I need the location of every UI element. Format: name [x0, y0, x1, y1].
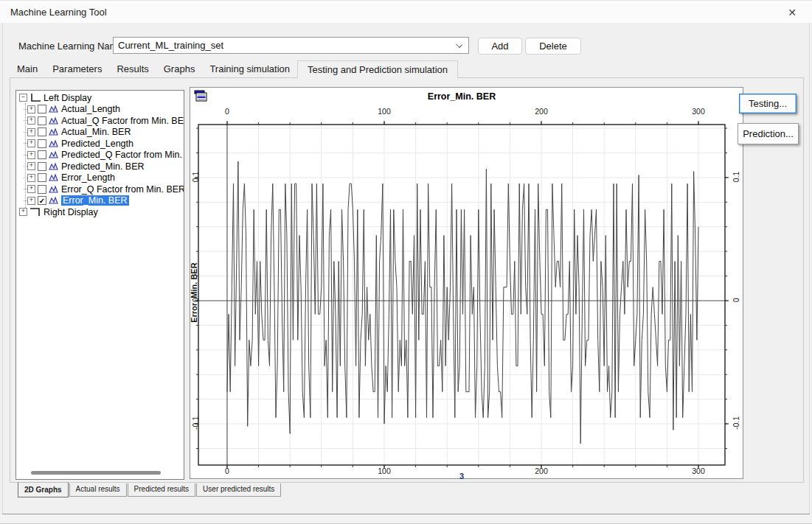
prediction-button[interactable]: Prediction...	[738, 123, 799, 144]
tree-item[interactable]: +Predicted_Min. BER	[16, 161, 184, 172]
tree-item[interactable]: +Predicted_Q Factor from Min. BER	[16, 150, 184, 161]
tree-item[interactable]: +Actual_Length	[16, 104, 184, 116]
axes-left-icon	[30, 93, 41, 102]
visibility-checkbox[interactable]	[38, 185, 46, 194]
chevron-down-icon	[456, 41, 462, 48]
x-axis-title: 3	[454, 472, 469, 481]
y-tick-label-left: 0.1	[191, 166, 200, 188]
x-tick-label-bottom: 300	[689, 467, 708, 475]
expand-toggle-icon[interactable]: +	[27, 197, 35, 205]
series-line	[227, 161, 698, 444]
y-axis-title: Error_Min. BER	[190, 256, 198, 329]
expand-toggle-icon[interactable]: +	[27, 105, 35, 113]
visibility-checkbox[interactable]	[38, 173, 46, 182]
chart-canvas	[190, 88, 744, 480]
tree-item-label: Predicted_Min. BER	[61, 161, 145, 172]
tree-item[interactable]: +Predicted_Length	[16, 138, 184, 150]
tree-item-label: Error_Min. BER	[61, 195, 129, 206]
expand-toggle-icon[interactable]: +	[27, 185, 35, 193]
y-tick-label-right: -0.1	[732, 412, 740, 434]
chart-item-icon	[49, 150, 59, 159]
plot-frame	[198, 125, 725, 465]
chart-item-icon	[49, 105, 59, 113]
expand-toggle-icon[interactable]: −	[19, 94, 27, 102]
title-bar: Machine Learning Tool ✕	[0, 0, 812, 23]
tree-item[interactable]: +Actual_Min. BER	[16, 127, 184, 139]
expand-toggle-icon[interactable]: +	[19, 208, 27, 216]
tree-item-label: Predicted_Length	[61, 139, 133, 149]
tree-item[interactable]: +Error_Q Factor from Min. BER	[16, 184, 184, 195]
tab-results[interactable]: Results	[109, 60, 156, 78]
close-icon[interactable]: ✕	[784, 5, 800, 20]
chart-item-icon	[49, 116, 59, 125]
expand-toggle-icon[interactable]: +	[27, 139, 35, 147]
ml-name-value: Current_ML_training_set	[118, 40, 223, 51]
visibility-checkbox[interactable]	[38, 116, 46, 125]
y-tick-label-right: 0.1	[732, 166, 740, 188]
x-tick-label-top: 200	[532, 107, 551, 116]
x-tick-label-top: 100	[375, 107, 394, 116]
tree-item-label: Actual_Length	[61, 104, 120, 114]
y-tick-label-right: 0	[732, 289, 740, 311]
tree-item-label: Actual_Q Factor from Min. BER	[61, 116, 184, 126]
window-border-left	[2, 23, 3, 514]
tab-graphs[interactable]: Graphs	[156, 60, 203, 78]
x-tick-label-bottom: 200	[532, 467, 551, 475]
bottom-tab-actual-results[interactable]: Actual results	[69, 483, 127, 497]
tree-item-label: Error_Q Factor from Min. BER	[61, 184, 184, 195]
ml-name-label: Machine Learning Name:	[18, 41, 125, 52]
expand-toggle-icon[interactable]: +	[27, 116, 35, 125]
tree-item-label: Error_Length	[61, 172, 115, 183]
expand-toggle-icon[interactable]: +	[27, 128, 35, 136]
add-button[interactable]: Add	[478, 38, 522, 55]
tab-main[interactable]: Main	[10, 60, 45, 78]
tree-root-label: Left Display	[44, 93, 91, 103]
visibility-checkbox[interactable]	[38, 162, 46, 171]
machine-learning-tool-dialog: Machine Learning Tool ✕ Machine Learning…	[0, 0, 812, 524]
tree-root-left-display[interactable]: −Left Display	[16, 92, 184, 104]
tab-parameters[interactable]: Parameters	[45, 60, 109, 78]
x-tick-label-bottom: 0	[218, 467, 237, 475]
tree-item-label: Actual_Min. BER	[61, 127, 131, 137]
graph-panel: Error_Min. BER 001001002002003003000.10.…	[190, 87, 743, 479]
visibility-checkbox[interactable]	[38, 139, 46, 148]
visibility-checkbox[interactable]	[38, 127, 46, 136]
x-tick-label-top: 300	[689, 107, 708, 116]
tab-training-simulation[interactable]: Training simulation	[202, 60, 297, 78]
window-bottom-strip	[0, 514, 812, 524]
testing-button[interactable]: Testing...	[739, 94, 797, 113]
ml-name-combobox[interactable]: Current_ML_training_set	[113, 37, 469, 54]
window-border-right	[809, 23, 810, 514]
tree-root-label: Right Display	[44, 207, 98, 217]
tree-horizontal-scrollbar[interactable]	[31, 471, 161, 475]
bottom-tab-2d-graphs[interactable]: 2D Graphs	[18, 482, 69, 497]
tab-testing-and-prediction-simulation[interactable]: Testing and Prediction simulation	[297, 60, 458, 78]
chart-item-icon	[49, 162, 59, 171]
visibility-checkbox[interactable]	[38, 150, 46, 159]
tree-item-label: Predicted_Q Factor from Min. BER	[61, 150, 184, 160]
expand-toggle-icon[interactable]: +	[27, 174, 35, 182]
bottom-tab-user-predicted-results[interactable]: User predicted results	[196, 483, 281, 497]
display-tree-panel: −Left Display+Actual_Length+Actual_Q Fac…	[15, 90, 184, 480]
tree-item[interactable]: +✓Error_Min. BER	[16, 195, 184, 207]
visibility-checkbox[interactable]: ✓	[38, 196, 46, 205]
chart-item-icon	[49, 173, 59, 182]
visibility-checkbox[interactable]	[38, 105, 46, 113]
chart-item-icon	[49, 139, 59, 148]
chart-item-icon	[49, 185, 59, 194]
tree-item[interactable]: +Error_Length	[16, 172, 184, 184]
tree-item[interactable]: +Actual_Q Factor from Min. BER	[16, 115, 184, 127]
tree-root-right-display[interactable]: +Right Display	[16, 206, 184, 218]
y-tick-label-left: -0.1	[191, 412, 200, 434]
tree-view: −Left Display+Actual_Length+Actual_Q Fac…	[16, 91, 184, 479]
expand-toggle-icon[interactable]: +	[27, 162, 35, 170]
window-title: Machine Learning Tool	[10, 7, 107, 18]
x-tick-label-bottom: 100	[375, 467, 394, 475]
bottom-tab-predicted-results[interactable]: Predicted results	[128, 483, 195, 497]
chart-item-icon	[49, 196, 59, 205]
chart-item-icon	[49, 127, 59, 136]
expand-toggle-icon[interactable]: +	[27, 151, 35, 159]
bottom-tab-strip: 2D Graphs Actual results Predicted resul…	[18, 483, 282, 497]
x-tick-label-top: 0	[218, 107, 237, 116]
delete-button[interactable]: Delete	[525, 38, 581, 55]
